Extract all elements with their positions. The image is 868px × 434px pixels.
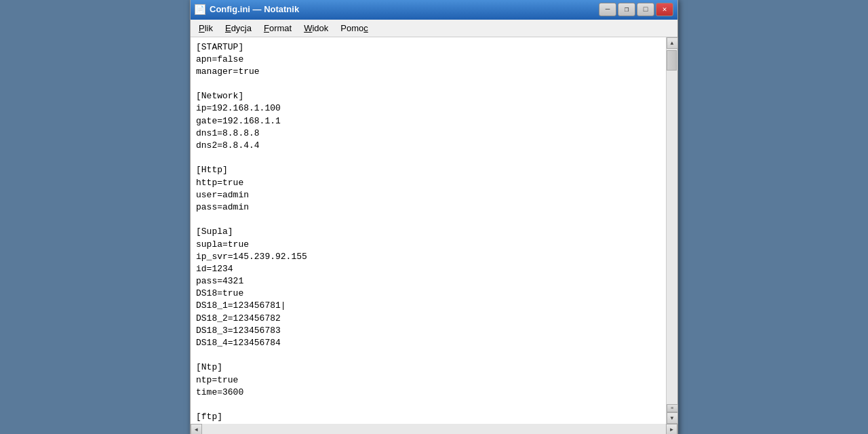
- scroll-right-button[interactable]: ►: [666, 424, 677, 434]
- menu-bar: Plik Edycja Format Widok Pomoc: [191, 20, 677, 37]
- scroll-left-button[interactable]: ◄: [191, 424, 202, 434]
- close-button[interactable]: ✕: [656, 3, 673, 16]
- scroll-up-button[interactable]: ▲: [667, 37, 678, 49]
- window-title: Config.ini — Notatnik: [210, 4, 299, 14]
- scroll-middle-button[interactable]: ≡: [667, 404, 678, 412]
- scroll-track-h[interactable]: [202, 424, 666, 434]
- editor-content: [STARTUP] apn=false manager=true [Networ…: [196, 41, 660, 424]
- editor-area[interactable]: [STARTUP] apn=false manager=true [Networ…: [191, 37, 666, 424]
- menu-plik[interactable]: Plik: [193, 21, 218, 35]
- editor-container: [STARTUP] apn=false manager=true [Networ…: [191, 37, 677, 424]
- restore2-button[interactable]: ❐: [618, 3, 635, 16]
- window-controls: ─ ❐ □ ✕: [599, 3, 673, 16]
- vertical-scrollbar: ▲ ≡ ▼: [666, 37, 677, 424]
- title-bar: 📄 Config.ini — Notatnik ─ ❐ □ ✕: [191, 0, 677, 20]
- menu-widok[interactable]: Widok: [298, 21, 334, 35]
- restore-button[interactable]: □: [637, 3, 654, 16]
- notepad-window: 📄 Config.ini — Notatnik ─ ❐ □ ✕ Plik Edy…: [190, 0, 678, 434]
- title-bar-left: 📄 Config.ini — Notatnik: [195, 4, 299, 15]
- app-icon: 📄: [195, 4, 205, 15]
- scroll-thumb-v[interactable]: [667, 50, 677, 71]
- scroll-down-button[interactable]: ▼: [667, 412, 678, 424]
- menu-edycja[interactable]: Edycja: [220, 21, 257, 35]
- scroll-track-v[interactable]: [667, 49, 677, 404]
- menu-format[interactable]: Format: [258, 21, 297, 35]
- minimize-button[interactable]: ─: [599, 3, 616, 16]
- menu-pomoc[interactable]: Pomoc: [335, 21, 373, 35]
- horizontal-scrollbar: ◄ ►: [191, 424, 677, 435]
